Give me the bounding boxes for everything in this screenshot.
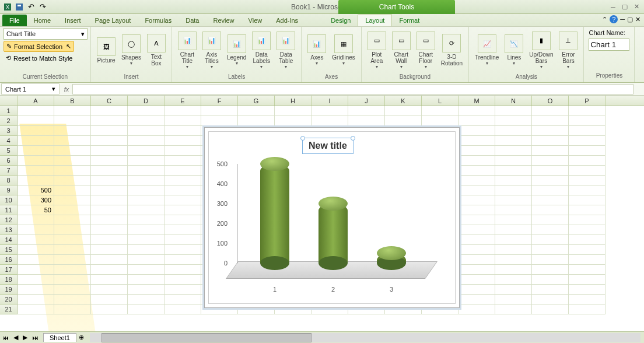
cell[interactable]	[128, 176, 164, 186]
sheet-nav-prev[interactable]: ◀	[11, 334, 20, 341]
rotation-button[interactable]: ⟳3-D Rotation	[439, 33, 465, 68]
cell[interactable]	[54, 235, 91, 245]
cell[interactable]	[459, 255, 495, 265]
cell[interactable]	[532, 186, 569, 195]
cell[interactable]	[495, 136, 532, 146]
cell[interactable]	[201, 116, 238, 126]
cell[interactable]	[348, 116, 385, 126]
cell[interactable]	[569, 275, 606, 285]
cell[interactable]	[128, 225, 164, 235]
cell[interactable]	[54, 156, 91, 166]
horizontal-scrollbar[interactable]	[90, 333, 640, 342]
cell[interactable]	[459, 225, 495, 235]
formula-input[interactable]	[72, 84, 634, 94]
cell[interactable]	[569, 255, 606, 265]
cell[interactable]	[54, 186, 91, 195]
cell[interactable]	[569, 106, 606, 116]
cell[interactable]	[459, 295, 495, 304]
cell[interactable]	[459, 265, 495, 275]
cell[interactable]	[569, 116, 606, 126]
chart-bar[interactable]	[318, 204, 348, 263]
shapes-button[interactable]: ◯Shapes▾	[119, 33, 144, 67]
column-header[interactable]: N	[495, 96, 532, 106]
cell[interactable]	[275, 116, 312, 126]
close-icon[interactable]: ✕	[631, 2, 642, 12]
cell[interactable]	[532, 295, 569, 304]
row-header[interactable]: 3	[0, 126, 18, 136]
data-labels-button[interactable]: 📊Data Labels▾	[250, 30, 273, 71]
redo-icon[interactable]: ↷	[37, 2, 48, 12]
cell[interactable]	[459, 215, 495, 225]
column-header[interactable]: A	[18, 96, 54, 106]
row-header[interactable]: 2	[0, 116, 18, 126]
plot-area-button[interactable]: ▭Plot Area▾	[365, 30, 388, 71]
cell[interactable]	[532, 304, 569, 314]
cell[interactable]	[128, 186, 164, 195]
column-header[interactable]: M	[459, 96, 495, 106]
cell[interactable]	[54, 265, 91, 275]
cell[interactable]	[569, 225, 606, 235]
cell[interactable]	[459, 146, 495, 156]
cell[interactable]	[54, 215, 91, 225]
picture-button[interactable]: 🖼Picture	[94, 36, 118, 65]
row-header[interactable]: 6	[0, 156, 18, 166]
tab-review[interactable]: Review	[206, 15, 241, 26]
cell[interactable]	[459, 205, 495, 215]
tab-insert[interactable]: Insert	[58, 15, 88, 26]
row-header[interactable]: 11	[0, 205, 18, 215]
cell[interactable]	[532, 136, 569, 146]
cell[interactable]	[164, 255, 201, 265]
chart-title[interactable]: New title	[302, 138, 354, 154]
cell[interactable]	[54, 275, 91, 285]
axis-titles-button[interactable]: 📊Axis Titles▾	[200, 30, 223, 71]
cell[interactable]	[495, 295, 532, 304]
cell[interactable]	[275, 106, 312, 116]
cell[interactable]	[91, 235, 128, 245]
row-header[interactable]: 20	[0, 295, 18, 304]
chart-bar[interactable]	[377, 253, 406, 263]
row-header[interactable]: 1	[0, 106, 18, 116]
select-all-corner[interactable]	[0, 96, 18, 106]
cell[interactable]	[532, 176, 569, 186]
gridlines-button[interactable]: ▦Gridlines▾	[330, 33, 357, 67]
cell[interactable]	[164, 146, 201, 156]
reset-to-match-style-button[interactable]: ⟲ Reset to Match Style	[4, 53, 75, 63]
cell[interactable]	[532, 195, 569, 205]
cell[interactable]	[54, 255, 91, 265]
cell[interactable]	[54, 146, 91, 156]
cell[interactable]	[569, 176, 606, 186]
cell[interactable]	[91, 176, 128, 186]
cell[interactable]	[459, 176, 495, 186]
cell[interactable]	[164, 225, 201, 235]
cell[interactable]	[164, 205, 201, 215]
cell[interactable]	[422, 116, 459, 126]
cell[interactable]	[495, 146, 532, 156]
cell[interactable]	[91, 285, 128, 295]
cell[interactable]	[128, 146, 164, 156]
sheet-tab-sheet1[interactable]: Sheet1	[43, 333, 76, 342]
cell[interactable]	[459, 136, 495, 146]
cell[interactable]	[91, 255, 128, 265]
cell[interactable]	[569, 126, 606, 136]
row-header[interactable]: 8	[0, 176, 18, 186]
cell[interactable]	[18, 176, 54, 186]
tab-formulas[interactable]: Formulas	[138, 15, 178, 26]
cell[interactable]	[164, 166, 201, 176]
lines-button[interactable]: 📉Lines▾	[502, 33, 526, 67]
cell[interactable]	[569, 304, 606, 314]
cell[interactable]	[238, 116, 275, 126]
cell[interactable]	[164, 176, 201, 186]
cell[interactable]	[569, 186, 606, 195]
row-header[interactable]: 19	[0, 285, 18, 295]
cell[interactable]	[18, 245, 54, 255]
undo-icon[interactable]: ↶	[26, 2, 36, 12]
cell[interactable]	[54, 295, 91, 304]
sheet-nav-next[interactable]: ▶	[20, 334, 30, 341]
cell[interactable]	[54, 126, 91, 136]
tab-page-layout[interactable]: Page Layout	[88, 15, 138, 26]
cell[interactable]	[54, 304, 91, 314]
cell[interactable]	[495, 304, 532, 314]
cell[interactable]	[91, 295, 128, 304]
cell[interactable]	[532, 235, 569, 245]
minimize-icon[interactable]: ─	[608, 2, 618, 12]
